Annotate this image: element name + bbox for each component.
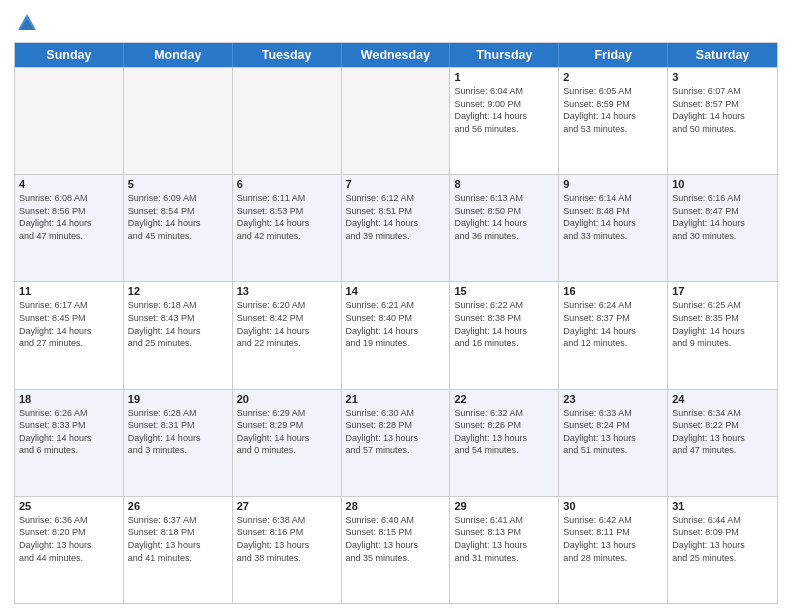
day-cell-17: 17Sunrise: 6:25 AM Sunset: 8:35 PM Dayli… (668, 282, 777, 388)
day-info: Sunrise: 6:41 AM Sunset: 8:13 PM Dayligh… (454, 514, 554, 564)
day-number: 11 (19, 285, 119, 297)
day-info: Sunrise: 6:38 AM Sunset: 8:16 PM Dayligh… (237, 514, 337, 564)
day-cell-5: 5Sunrise: 6:09 AM Sunset: 8:54 PM Daylig… (124, 175, 233, 281)
day-number: 24 (672, 393, 773, 405)
day-info: Sunrise: 6:04 AM Sunset: 9:00 PM Dayligh… (454, 85, 554, 135)
header-day-sunday: Sunday (15, 43, 124, 67)
day-info: Sunrise: 6:14 AM Sunset: 8:48 PM Dayligh… (563, 192, 663, 242)
calendar-row-1: 4Sunrise: 6:08 AM Sunset: 8:56 PM Daylig… (15, 174, 777, 281)
day-cell-3: 3Sunrise: 6:07 AM Sunset: 8:57 PM Daylig… (668, 68, 777, 174)
day-number: 9 (563, 178, 663, 190)
day-cell-9: 9Sunrise: 6:14 AM Sunset: 8:48 PM Daylig… (559, 175, 668, 281)
day-number: 2 (563, 71, 663, 83)
day-cell-11: 11Sunrise: 6:17 AM Sunset: 8:45 PM Dayli… (15, 282, 124, 388)
day-cell-22: 22Sunrise: 6:32 AM Sunset: 8:26 PM Dayli… (450, 390, 559, 496)
day-number: 10 (672, 178, 773, 190)
day-info: Sunrise: 6:21 AM Sunset: 8:40 PM Dayligh… (346, 299, 446, 349)
day-info: Sunrise: 6:08 AM Sunset: 8:56 PM Dayligh… (19, 192, 119, 242)
day-info: Sunrise: 6:05 AM Sunset: 8:59 PM Dayligh… (563, 85, 663, 135)
day-number: 22 (454, 393, 554, 405)
day-number: 8 (454, 178, 554, 190)
empty-cell (124, 68, 233, 174)
day-number: 14 (346, 285, 446, 297)
page: SundayMondayTuesdayWednesdayThursdayFrid… (0, 0, 792, 612)
header-day-thursday: Thursday (450, 43, 559, 67)
day-info: Sunrise: 6:26 AM Sunset: 8:33 PM Dayligh… (19, 407, 119, 457)
logo (14, 14, 38, 34)
day-cell-26: 26Sunrise: 6:37 AM Sunset: 8:18 PM Dayli… (124, 497, 233, 603)
header-day-saturday: Saturday (668, 43, 777, 67)
day-info: Sunrise: 6:18 AM Sunset: 8:43 PM Dayligh… (128, 299, 228, 349)
day-number: 1 (454, 71, 554, 83)
day-info: Sunrise: 6:11 AM Sunset: 8:53 PM Dayligh… (237, 192, 337, 242)
header-day-friday: Friday (559, 43, 668, 67)
calendar: SundayMondayTuesdayWednesdayThursdayFrid… (14, 42, 778, 604)
day-cell-15: 15Sunrise: 6:22 AM Sunset: 8:38 PM Dayli… (450, 282, 559, 388)
day-cell-1: 1Sunrise: 6:04 AM Sunset: 9:00 PM Daylig… (450, 68, 559, 174)
day-cell-18: 18Sunrise: 6:26 AM Sunset: 8:33 PM Dayli… (15, 390, 124, 496)
day-info: Sunrise: 6:30 AM Sunset: 8:28 PM Dayligh… (346, 407, 446, 457)
day-number: 15 (454, 285, 554, 297)
day-cell-28: 28Sunrise: 6:40 AM Sunset: 8:15 PM Dayli… (342, 497, 451, 603)
day-cell-7: 7Sunrise: 6:12 AM Sunset: 8:51 PM Daylig… (342, 175, 451, 281)
header-row (14, 10, 778, 34)
day-cell-8: 8Sunrise: 6:13 AM Sunset: 8:50 PM Daylig… (450, 175, 559, 281)
header-day-monday: Monday (124, 43, 233, 67)
day-info: Sunrise: 6:28 AM Sunset: 8:31 PM Dayligh… (128, 407, 228, 457)
day-cell-20: 20Sunrise: 6:29 AM Sunset: 8:29 PM Dayli… (233, 390, 342, 496)
calendar-body: 1Sunrise: 6:04 AM Sunset: 9:00 PM Daylig… (15, 67, 777, 603)
day-number: 19 (128, 393, 228, 405)
day-cell-12: 12Sunrise: 6:18 AM Sunset: 8:43 PM Dayli… (124, 282, 233, 388)
day-number: 6 (237, 178, 337, 190)
day-cell-19: 19Sunrise: 6:28 AM Sunset: 8:31 PM Dayli… (124, 390, 233, 496)
day-info: Sunrise: 6:20 AM Sunset: 8:42 PM Dayligh… (237, 299, 337, 349)
day-cell-2: 2Sunrise: 6:05 AM Sunset: 8:59 PM Daylig… (559, 68, 668, 174)
calendar-header: SundayMondayTuesdayWednesdayThursdayFrid… (15, 43, 777, 67)
day-info: Sunrise: 6:40 AM Sunset: 8:15 PM Dayligh… (346, 514, 446, 564)
day-cell-23: 23Sunrise: 6:33 AM Sunset: 8:24 PM Dayli… (559, 390, 668, 496)
day-number: 31 (672, 500, 773, 512)
day-number: 5 (128, 178, 228, 190)
day-info: Sunrise: 6:42 AM Sunset: 8:11 PM Dayligh… (563, 514, 663, 564)
day-cell-4: 4Sunrise: 6:08 AM Sunset: 8:56 PM Daylig… (15, 175, 124, 281)
day-number: 30 (563, 500, 663, 512)
logo-block (14, 14, 38, 34)
day-cell-29: 29Sunrise: 6:41 AM Sunset: 8:13 PM Dayli… (450, 497, 559, 603)
day-info: Sunrise: 6:09 AM Sunset: 8:54 PM Dayligh… (128, 192, 228, 242)
empty-cell (342, 68, 451, 174)
header-day-tuesday: Tuesday (233, 43, 342, 67)
day-number: 29 (454, 500, 554, 512)
day-cell-30: 30Sunrise: 6:42 AM Sunset: 8:11 PM Dayli… (559, 497, 668, 603)
day-info: Sunrise: 6:22 AM Sunset: 8:38 PM Dayligh… (454, 299, 554, 349)
day-cell-24: 24Sunrise: 6:34 AM Sunset: 8:22 PM Dayli… (668, 390, 777, 496)
day-cell-13: 13Sunrise: 6:20 AM Sunset: 8:42 PM Dayli… (233, 282, 342, 388)
calendar-row-2: 11Sunrise: 6:17 AM Sunset: 8:45 PM Dayli… (15, 281, 777, 388)
day-cell-16: 16Sunrise: 6:24 AM Sunset: 8:37 PM Dayli… (559, 282, 668, 388)
day-info: Sunrise: 6:34 AM Sunset: 8:22 PM Dayligh… (672, 407, 773, 457)
day-cell-27: 27Sunrise: 6:38 AM Sunset: 8:16 PM Dayli… (233, 497, 342, 603)
day-cell-25: 25Sunrise: 6:36 AM Sunset: 8:20 PM Dayli… (15, 497, 124, 603)
day-number: 17 (672, 285, 773, 297)
day-cell-31: 31Sunrise: 6:44 AM Sunset: 8:09 PM Dayli… (668, 497, 777, 603)
day-cell-21: 21Sunrise: 6:30 AM Sunset: 8:28 PM Dayli… (342, 390, 451, 496)
day-number: 26 (128, 500, 228, 512)
day-number: 7 (346, 178, 446, 190)
day-info: Sunrise: 6:13 AM Sunset: 8:50 PM Dayligh… (454, 192, 554, 242)
day-number: 28 (346, 500, 446, 512)
day-cell-14: 14Sunrise: 6:21 AM Sunset: 8:40 PM Dayli… (342, 282, 451, 388)
day-number: 13 (237, 285, 337, 297)
day-number: 25 (19, 500, 119, 512)
logo-icon (16, 12, 38, 34)
day-info: Sunrise: 6:37 AM Sunset: 8:18 PM Dayligh… (128, 514, 228, 564)
day-info: Sunrise: 6:29 AM Sunset: 8:29 PM Dayligh… (237, 407, 337, 457)
day-info: Sunrise: 6:24 AM Sunset: 8:37 PM Dayligh… (563, 299, 663, 349)
day-info: Sunrise: 6:16 AM Sunset: 8:47 PM Dayligh… (672, 192, 773, 242)
day-number: 16 (563, 285, 663, 297)
calendar-row-3: 18Sunrise: 6:26 AM Sunset: 8:33 PM Dayli… (15, 389, 777, 496)
day-info: Sunrise: 6:33 AM Sunset: 8:24 PM Dayligh… (563, 407, 663, 457)
day-info: Sunrise: 6:36 AM Sunset: 8:20 PM Dayligh… (19, 514, 119, 564)
day-info: Sunrise: 6:32 AM Sunset: 8:26 PM Dayligh… (454, 407, 554, 457)
day-cell-10: 10Sunrise: 6:16 AM Sunset: 8:47 PM Dayli… (668, 175, 777, 281)
empty-cell (15, 68, 124, 174)
day-number: 12 (128, 285, 228, 297)
